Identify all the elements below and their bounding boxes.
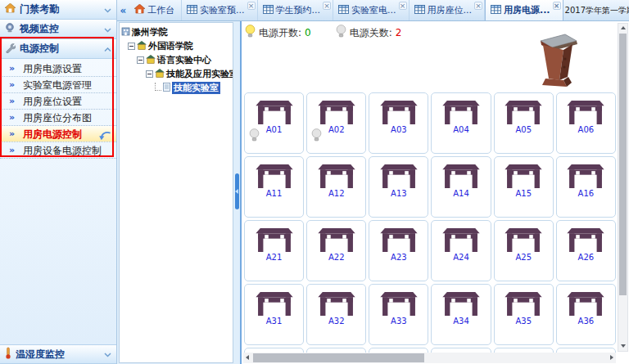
power-off-label: 电源关数: — [350, 26, 392, 40]
seat-cell[interactable]: A34 — [431, 284, 491, 345]
bulb-off-icon — [336, 25, 346, 41]
close-icon[interactable]: × — [553, 2, 561, 10]
tree-node-language-lab-center[interactable]: 语言实验中心 — [120, 53, 232, 67]
menu-item-label: 实验室电源管理 — [23, 79, 92, 91]
close-icon[interactable]: × — [247, 2, 256, 10]
seat-label: A33 — [391, 317, 407, 326]
desk-icon — [567, 101, 604, 124]
tree-node-foreign-language-school[interactable]: 外国语学院 — [120, 39, 232, 53]
seat-cell[interactable]: A33 — [369, 284, 428, 345]
tab-lab-reservation[interactable]: 实验室预... × — [182, 0, 258, 20]
horizontal-scroll-thumb[interactable] — [253, 353, 424, 362]
panel-splitter[interactable] — [233, 21, 240, 364]
page-icon — [163, 83, 170, 94]
desk-icon — [442, 164, 480, 188]
tab-lab-power[interactable]: 实验室电... × — [333, 0, 410, 20]
seat-label: A05 — [515, 125, 532, 134]
sidebar-section-label: 电源控制 — [20, 42, 59, 56]
seat-cell[interactable]: A35 — [494, 284, 554, 345]
seat-cell[interactable]: A11 — [244, 156, 304, 218]
close-icon[interactable]: × — [323, 2, 331, 10]
scroll-right-button[interactable] — [607, 353, 616, 363]
tab-label: 工作台 — [147, 4, 174, 16]
vertical-scrollbar[interactable] — [618, 23, 628, 352]
seat-cell[interactable]: A25 — [494, 220, 554, 281]
seat-cell[interactable]: A31 — [244, 284, 304, 345]
seat-cell[interactable]: A13 — [369, 156, 428, 218]
tab-room-seats[interactable]: 用房座位... × — [410, 0, 486, 20]
desk-icon — [256, 292, 293, 316]
menu-item-label: 用房设备电源控制 — [23, 145, 102, 156]
seat-cell[interactable]: A12 — [306, 156, 366, 218]
sidebar-section-label: 门禁考勤 — [20, 2, 59, 16]
scroll-left-button[interactable] — [243, 353, 252, 363]
power-control-menu: » 用房电源设置 » 实验室电源管理 » 用房座位设置 » 用房座位分布图 » … — [0, 59, 116, 344]
scroll-down-button[interactable] — [618, 342, 627, 351]
menu-item-room-seat-settings[interactable]: » 用房座位设置 — [0, 93, 116, 110]
seat-cell[interactable]: A16 — [556, 156, 616, 218]
seat-label: A11 — [266, 189, 283, 198]
tree-node-label: 语言实验中心 — [157, 54, 211, 66]
desk-icon — [380, 292, 418, 316]
sidebar-section-temp-humidity[interactable]: 温湿度监控 — [0, 344, 116, 364]
seat-cell[interactable]: A26 — [556, 220, 616, 281]
collapse-tabs-button[interactable]: « — [117, 0, 129, 20]
tree-node-skills-lab[interactable]: 技能实验室 — [120, 81, 232, 95]
seat-cell[interactable]: A14 — [431, 156, 491, 218]
horizontal-scrollbar[interactable] — [243, 353, 616, 363]
tab-workbench[interactable]: 工作台 — [129, 0, 182, 20]
tree-elbow-connector — [155, 83, 161, 91]
seat-cell[interactable]: A15 — [494, 156, 554, 218]
tab-student-booking[interactable]: 学生预约... × — [258, 0, 334, 20]
seat-cell[interactable]: A05 — [494, 92, 554, 154]
bulb-on-icon — [245, 25, 256, 41]
desk-icon — [380, 164, 418, 188]
arrow-bullet-icon: » — [9, 93, 15, 110]
tree-node-college[interactable]: 滁州学院 — [120, 25, 232, 39]
desk-icon — [318, 101, 355, 124]
seat-cell[interactable]: A23 — [369, 220, 428, 281]
scroll-up-button[interactable] — [618, 24, 627, 33]
seat-cell[interactable]: A24 — [431, 220, 491, 281]
sidebar-section-video-monitor[interactable]: 视频监控 — [0, 20, 116, 39]
content-area: 滁州学院 外国语学院 语言实验中心 技能及应用实验室 — [117, 21, 629, 364]
vertical-scroll-thumb[interactable] — [619, 34, 627, 295]
seat-label: A12 — [328, 189, 345, 198]
seat-cell[interactable]: A06 — [556, 92, 616, 154]
tab-room-power[interactable]: 用房电源... × — [485, 0, 563, 20]
seat-cell[interactable]: A03 — [369, 92, 428, 154]
menu-item-room-seat-map[interactable]: » 用房座位分布图 — [0, 110, 116, 126]
bulb-off-icon — [249, 128, 260, 142]
seat-label: A02 — [328, 125, 345, 134]
seat-cell[interactable]: A02 — [306, 92, 366, 154]
splitter-collapse-handle[interactable] — [235, 173, 239, 209]
close-icon[interactable]: × — [399, 2, 407, 10]
seat-cell[interactable]: A22 — [306, 220, 366, 281]
house-icon — [137, 41, 147, 52]
seat-cell[interactable]: A21 — [244, 220, 304, 281]
seat-cell[interactable]: A01 — [244, 92, 304, 154]
tab-label: 用房座位... — [428, 4, 473, 16]
tree-node-skills-application-lab[interactable]: 技能及应用实验室 — [120, 67, 232, 81]
seat-cell[interactable]: A04 — [431, 92, 491, 154]
menu-item-room-power-settings[interactable]: » 用房电源设置 — [0, 61, 116, 77]
seat-cell[interactable]: A36 — [556, 284, 616, 345]
collapse-expander-icon[interactable] — [137, 56, 144, 64]
desk-icon — [256, 228, 293, 252]
wrench-icon — [5, 43, 16, 56]
menu-item-room-power-control[interactable]: » 用房电源控制 — [0, 126, 116, 142]
close-icon[interactable]: × — [474, 2, 482, 10]
grid-icon — [263, 5, 274, 16]
sidebar-section-door-access[interactable]: 门禁考勤 — [0, 0, 116, 20]
chevron-up-icon — [104, 43, 111, 55]
menu-item-lab-power-management[interactable]: » 实验室电源管理 — [0, 77, 116, 93]
collapse-expander-icon[interactable] — [146, 70, 153, 78]
sidebar-section-power-control[interactable]: 电源控制 — [0, 39, 116, 59]
seat-cell[interactable]: A32 — [306, 284, 366, 345]
building-icon — [121, 27, 130, 38]
seat-label: A06 — [578, 125, 595, 134]
desk-icon — [567, 164, 604, 188]
workspace: « 工作台 实验室预... × 学生预约... × 实验室电... × — [117, 0, 629, 364]
menu-item-device-power-control[interactable]: » 用房设备电源控制 — [0, 142, 116, 159]
collapse-expander-icon[interactable] — [128, 43, 135, 50]
